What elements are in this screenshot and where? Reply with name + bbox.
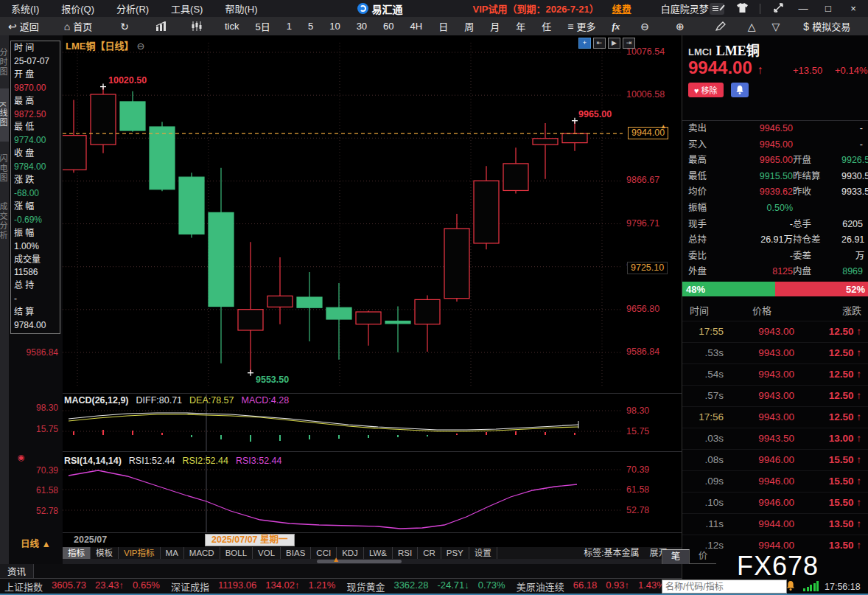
- tab-KDJ[interactable]: KDJ: [337, 547, 364, 559]
- minimize-button[interactable]: —: [796, 3, 811, 14]
- tape-row[interactable]: 17:559943.0012.50 ↑: [682, 321, 868, 342]
- back-button[interactable]: ↩返回: [0, 19, 47, 33]
- menu-item[interactable]: 工具(S): [160, 1, 214, 15]
- menu-item[interactable]: 报价(Q): [50, 1, 105, 15]
- tape-row[interactable]: .54s9943.0012.50 ↑: [682, 363, 868, 385]
- tab-VOL[interactable]: VOL: [253, 547, 281, 559]
- footer-bar: 资讯 上证指数3605.7323.43↑0.65%深证成指11193.06134…: [0, 564, 682, 594]
- quote-row: 现手-总手6205: [682, 217, 868, 233]
- period-button[interactable]: 周: [456, 19, 482, 33]
- tab-PSY[interactable]: PSY: [441, 547, 469, 559]
- shirt-skin-icon[interactable]: [735, 3, 749, 15]
- period-button[interactable]: 10: [321, 19, 348, 33]
- triangle-down-button[interactable]: ▽: [764, 21, 788, 32]
- candlestick-plot[interactable]: 10020.509965.009553.50: [63, 35, 623, 393]
- tab-设置[interactable]: 设置: [469, 547, 497, 559]
- notification-bell-icon[interactable]: [785, 580, 796, 594]
- tab-BIAS[interactable]: BIAS: [281, 547, 311, 559]
- chart-type-tab[interactable]: 成交分析: [0, 195, 9, 248]
- buy-ratio: 48%: [682, 282, 775, 296]
- maximize-button[interactable]: □: [821, 3, 836, 14]
- tape-row[interactable]: .03s9943.5013.00 ↑: [682, 428, 868, 449]
- index-ticker[interactable]: 美原油连续66.180.93↑1.43%: [517, 580, 665, 594]
- menu-item[interactable]: 分析(R): [105, 1, 160, 15]
- rsi-plot: [63, 455, 623, 532]
- tab-BOLL[interactable]: BOLL: [220, 547, 253, 559]
- period-button[interactable]: 60: [375, 19, 402, 33]
- period-button[interactable]: 年: [508, 19, 533, 33]
- tab-RSI[interactable]: RSI: [393, 547, 418, 559]
- home-button[interactable]: ⌂首页: [56, 19, 100, 33]
- close-button[interactable]: ×: [846, 3, 861, 14]
- axis-right-icon[interactable]: ⇥: [623, 38, 635, 49]
- tab-指标[interactable]: 指标: [63, 547, 91, 559]
- svg-text:10020.50: 10020.50: [108, 75, 147, 86]
- play-scroll-icon[interactable]: ▶: [608, 38, 620, 49]
- more-button[interactable]: ≡更多: [559, 19, 603, 33]
- tape-row[interactable]: .08s9946.0015.50 ↑: [682, 449, 868, 470]
- zoom-out-button[interactable]: ⊖: [632, 21, 657, 32]
- tape-row[interactable]: .09s9946.0015.50 ↑: [682, 470, 868, 492]
- tick-period-button[interactable]: tick: [217, 21, 248, 32]
- chart-type-tab[interactable]: 分时图: [0, 35, 9, 88]
- period-button[interactable]: 月: [482, 19, 508, 33]
- info-row: 时 间25-07-07: [14, 42, 60, 69]
- zoom-in-button[interactable]: ⊕: [668, 21, 693, 32]
- draw-button[interactable]: [707, 21, 734, 31]
- scrollbar-thumb[interactable]: [317, 560, 402, 563]
- period-button[interactable]: 任: [533, 19, 559, 33]
- index-ticker[interactable]: 上证指数3605.7323.43↑0.65%: [4, 580, 160, 594]
- axis-left-icon[interactable]: ⇤: [593, 38, 606, 49]
- period-button[interactable]: 5日: [247, 19, 278, 33]
- period-button[interactable]: 5: [300, 19, 321, 33]
- tab-CR[interactable]: CR: [418, 547, 441, 559]
- remove-watchlist-button[interactable]: ♥ 移除: [688, 83, 724, 97]
- period-button[interactable]: 30: [349, 19, 375, 33]
- period-selector[interactable]: 日线 ▲: [9, 536, 63, 550]
- renew-link[interactable]: 续费: [612, 1, 631, 15]
- bar-chart-button[interactable]: [147, 21, 175, 31]
- tape-row[interactable]: .10s9946.0015.50 ↑: [682, 492, 868, 513]
- macd-axis-2: 15.75: [626, 426, 649, 436]
- alert-marker-icon[interactable]: ◉: [18, 453, 25, 462]
- tab-price-ladder[interactable]: 价: [690, 549, 716, 564]
- main-chart[interactable]: LME铜【日线】⊖ + ⇤ ▶ ⇥ 10020.509965.009553.50…: [63, 35, 682, 394]
- alert-bell-button[interactable]: [731, 83, 749, 97]
- tape-row[interactable]: 17:569943.0012.50 ↑: [682, 406, 868, 428]
- quote-row: 卖出9946.50-: [682, 121, 868, 137]
- index-ticker[interactable]: 现货黄金3362.28-24.71↓0.73%: [346, 580, 505, 594]
- titlebar-divider: [760, 4, 760, 14]
- formula-button[interactable]: fx: [603, 21, 628, 32]
- symbol-search-input[interactable]: [662, 580, 787, 594]
- menu-item[interactable]: 帮助(H): [214, 1, 268, 15]
- notes-icon[interactable]: [710, 3, 724, 15]
- restore-size-icon[interactable]: [771, 3, 785, 15]
- tab-news[interactable]: 资讯: [0, 564, 34, 578]
- tab-LW&[interactable]: LW&: [364, 547, 393, 559]
- chart-scrollbar[interactable]: ▲: [63, 559, 682, 564]
- tape-row[interactable]: .11s9944.0013.50 ↑: [682, 513, 868, 535]
- pointer-tool-icon[interactable]: +: [578, 38, 591, 49]
- triangle-up-button[interactable]: △: [740, 21, 764, 32]
- candle-chart-button[interactable]: [183, 21, 211, 31]
- collapse-icon[interactable]: ⊖: [136, 41, 144, 52]
- chart-type-tab[interactable]: 闪电图: [0, 142, 9, 195]
- tab-VIP指标[interactable]: VIP指标: [119, 547, 161, 559]
- tape-row[interactable]: .57s9943.0012.50 ↑: [682, 385, 868, 406]
- refresh-button[interactable]: ↻: [112, 21, 137, 32]
- sim-trade-button[interactable]: $模拟交易: [795, 19, 858, 33]
- menu-item[interactable]: 系统(I): [0, 1, 50, 15]
- rsi-panel[interactable]: RSI(14,14,14)RSI1:52.44RSI2:52.44RSI3:52…: [63, 455, 682, 533]
- period-button[interactable]: 1: [279, 19, 300, 33]
- tape-row[interactable]: .53s9943.0012.50 ↑: [682, 342, 868, 363]
- reference-price-box: 9725.10: [627, 262, 668, 274]
- period-button[interactable]: 日: [430, 19, 456, 33]
- tab-MA[interactable]: MA: [161, 547, 184, 559]
- macd-panel[interactable]: MACD(26,12,9)DIFF:80.71DEA:78.57MACD:4.2…: [63, 394, 682, 452]
- index-ticker[interactable]: 深证成指11193.06134.02↑1.21%: [171, 580, 335, 594]
- tab-MACD[interactable]: MACD: [184, 547, 220, 559]
- chart-type-tab[interactable]: K线图: [0, 88, 9, 142]
- period-button[interactable]: 4H: [402, 19, 431, 33]
- tab-tick-by-tick[interactable]: 笔: [662, 549, 690, 564]
- tab-模板[interactable]: 模板: [91, 547, 119, 559]
